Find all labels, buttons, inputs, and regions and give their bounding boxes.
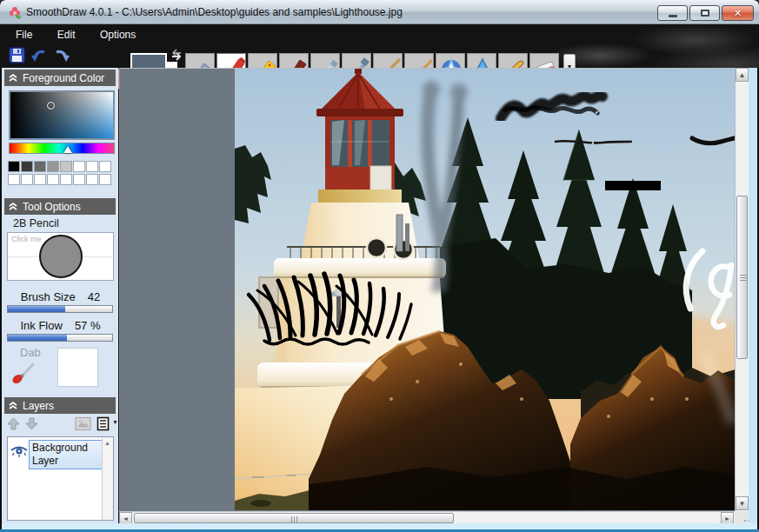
close-button[interactable]: ✕: [722, 5, 754, 21]
horizontal-scrollbar[interactable]: ◄ ►: [119, 511, 735, 524]
color-swatch[interactable]: [21, 161, 33, 172]
color-swatch[interactable]: [73, 161, 85, 172]
app-flower-icon: [8, 5, 23, 20]
color-swatch[interactable]: [21, 174, 33, 185]
brush-size-value: 42: [88, 290, 100, 303]
resize-corner[interactable]: [735, 511, 749, 524]
color-swatch[interactable]: [34, 161, 46, 172]
minimize-icon: [669, 15, 677, 17]
title-bar[interactable]: SmoothDraw 4.0.1 - C:\Users\Admin\Deskto…: [0, 0, 759, 24]
brush-preview-box[interactable]: Click me: [7, 232, 114, 281]
resize-grip-icon: [744, 520, 746, 522]
scroll-down-button[interactable]: ▼: [736, 496, 749, 510]
undo-icon: [30, 46, 48, 63]
brush-preview-circle: [39, 235, 83, 278]
saturation-value-picker[interactable]: [9, 90, 115, 140]
scroll-left-icon: ◄: [123, 515, 129, 522]
window-right-frame: [749, 68, 757, 529]
color-swatch[interactable]: [47, 161, 59, 172]
menu-edit[interactable]: Edit: [47, 25, 86, 44]
redo-icon: [53, 46, 70, 63]
brush-size-fill: [8, 306, 65, 312]
hue-marker: [63, 146, 72, 153]
black-blob-doodle: [610, 182, 656, 190]
smoothdraw-window: SmoothDraw 4.0.1 - C:\Users\Admin\Deskto…: [0, 0, 759, 532]
ink-flow-fill: [8, 335, 67, 341]
menu-bar: File Edit Options: [5, 25, 146, 44]
swatch-row-2: [8, 174, 111, 185]
color-swatch[interactable]: [60, 161, 72, 172]
brush-size-label: Brush Size: [21, 290, 76, 303]
layer-properties-button[interactable]: [75, 416, 91, 431]
color-picker-marker: [47, 102, 55, 110]
current-tool-name: 2B Pencil: [13, 217, 59, 229]
vertical-scrollbar[interactable]: ▲ ▼: [735, 68, 749, 511]
brush-size-row: Brush Size 42: [7, 290, 114, 303]
save-button[interactable]: [7, 45, 26, 64]
ink-flow-label: Ink Flow: [20, 319, 62, 332]
color-swatch[interactable]: [99, 161, 111, 172]
save-icon: [9, 47, 25, 63]
vertical-scroll-thumb[interactable]: [736, 196, 748, 359]
maximize-button[interactable]: [689, 5, 720, 21]
layer-list: Background Layer ▲: [7, 436, 114, 521]
scroll-up-icon[interactable]: ▲: [102, 437, 113, 449]
window-title: SmoothDraw 4.0.1 - C:\Users\Admin\Deskto…: [26, 6, 403, 18]
lighthouse-image: [235, 69, 735, 510]
color-swatch[interactable]: [34, 174, 46, 185]
horizontal-scroll-thumb[interactable]: [134, 513, 454, 523]
preview-hint: Click me: [11, 235, 42, 243]
dab-preview-box[interactable]: [57, 348, 98, 387]
scroll-up-icon: ▲: [739, 71, 746, 79]
scroll-right-button[interactable]: ►: [721, 512, 734, 524]
minimize-button[interactable]: [657, 5, 688, 21]
menu-options[interactable]: Options: [90, 25, 146, 44]
color-swatch[interactable]: [47, 174, 59, 185]
color-swatch[interactable]: [8, 161, 20, 172]
layer-list-scrollbar[interactable]: ▲: [102, 437, 113, 520]
layer-menu-dropdown[interactable]: ▼: [112, 419, 118, 434]
scroll-down-icon: ▼: [739, 500, 746, 508]
dab-brush-icon[interactable]: [10, 361, 37, 383]
redo-button[interactable]: [52, 45, 71, 64]
brush-size-slider[interactable]: [7, 305, 113, 313]
dab-label: Dab: [20, 346, 41, 359]
swap-colors-icon[interactable]: [170, 49, 184, 61]
top-toolbar: File Edit Options: [0, 24, 759, 68]
side-panel: Foreground Color: [2, 68, 118, 523]
collapse-chevron-icon: [9, 74, 17, 82]
layers-header[interactable]: Layers: [4, 397, 116, 414]
ink-flow-slider[interactable]: [7, 334, 113, 342]
undo-button[interactable]: [30, 45, 49, 64]
layer-visible-eye-icon[interactable]: [10, 445, 28, 458]
maximize-icon: [701, 10, 709, 17]
layer-up-button[interactable]: [7, 416, 20, 431]
layer-down-button[interactable]: [25, 416, 38, 431]
menu-file[interactable]: File: [5, 25, 43, 44]
foreground-color-header[interactable]: Foreground Color: [4, 70, 116, 86]
layer-item-background[interactable]: Background Layer: [29, 440, 103, 469]
tool-options-header[interactable]: Tool Options: [4, 198, 116, 215]
scroll-right-icon: ►: [724, 515, 730, 522]
close-icon: ✕: [734, 8, 742, 19]
drawing-canvas[interactable]: [119, 68, 735, 511]
status-bar: [2, 523, 757, 529]
scroll-up-button[interactable]: ▲: [736, 68, 749, 82]
color-swatch[interactable]: [86, 161, 98, 172]
collapse-chevron-icon: [9, 203, 17, 210]
ink-flow-value: 57 %: [75, 319, 101, 332]
new-layer-button[interactable]: [97, 416, 110, 431]
color-swatch[interactable]: [73, 174, 85, 185]
hue-bar[interactable]: [9, 143, 115, 154]
color-swatch[interactable]: [99, 174, 111, 185]
color-swatch[interactable]: [8, 174, 20, 185]
scroll-left-button[interactable]: ◄: [119, 512, 132, 524]
swatch-row-1: [8, 161, 111, 172]
ink-flow-row: Ink Flow 57 %: [7, 319, 114, 332]
color-swatch[interactable]: [60, 174, 72, 185]
collapse-chevron-icon: [9, 402, 17, 409]
color-swatch[interactable]: [86, 174, 98, 185]
